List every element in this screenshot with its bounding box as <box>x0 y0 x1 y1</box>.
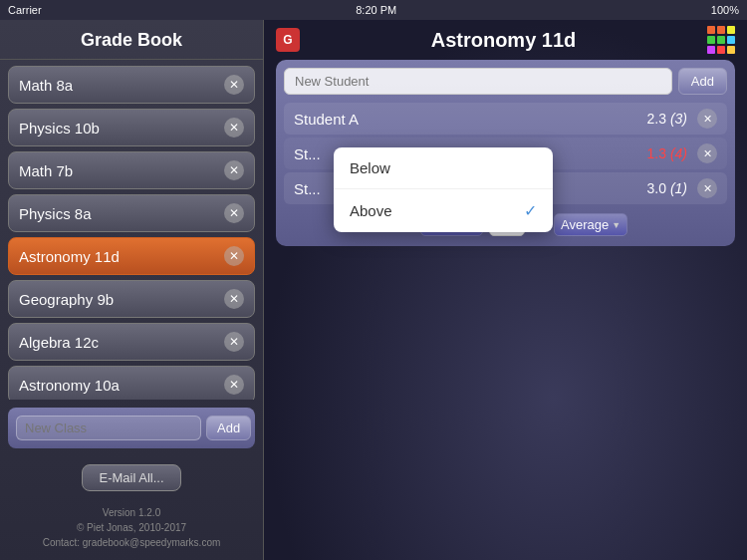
class-list: Math 8a ✕ Physics 10b ✕ Math 7b ✕ Physic… <box>0 60 263 400</box>
class-item-delete[interactable]: ✕ <box>224 332 244 352</box>
new-class-add-button[interactable]: Add <box>206 416 251 440</box>
student-score: 2.3 (3) <box>647 111 687 127</box>
sidebar-item-astronomy-11d[interactable]: Astronomy 11d ✕ <box>8 237 255 275</box>
dropdown-item[interactable]: Above ✓ <box>334 189 553 232</box>
class-item-delete[interactable]: ✕ <box>224 75 244 95</box>
student-score: 3.0 (1) <box>647 180 687 196</box>
contact-email: gradebook@speedymarks.com <box>83 537 221 548</box>
carrier-label: Carrier <box>8 4 42 16</box>
aggregate-select[interactable]: Average ▼ <box>554 213 627 236</box>
grid-cell <box>717 46 725 54</box>
grid-cell <box>727 36 735 44</box>
class-item-label: Math 7b <box>19 162 73 179</box>
student-delete[interactable]: ✕ <box>697 143 717 163</box>
sidebar-item-math-8a[interactable]: Math 8a ✕ <box>8 66 255 104</box>
new-class-input[interactable] <box>16 416 201 440</box>
new-class-row: Add <box>8 408 255 448</box>
sidebar-item-physics-10b[interactable]: Physics 10b ✕ <box>8 109 255 146</box>
class-item-label: Astronomy 11d <box>19 248 120 265</box>
grid-cell <box>707 26 715 34</box>
sidebar-item-math-7b[interactable]: Math 7b ✕ <box>8 151 255 189</box>
dropdown-item[interactable]: Below <box>334 147 553 189</box>
class-item-label: Math 8a <box>19 77 73 94</box>
class-item-delete[interactable]: ✕ <box>224 246 244 266</box>
dropdown-item-label: Below <box>350 159 390 176</box>
sidebar-item-astronomy-10a[interactable]: Astronomy 10a ✕ <box>8 366 255 400</box>
grid-icon[interactable] <box>707 26 735 54</box>
class-item-delete[interactable]: ✕ <box>224 203 244 223</box>
class-item-delete[interactable]: ✕ <box>224 375 244 395</box>
class-item-label: Physics 8a <box>19 205 92 222</box>
grid-cell <box>727 26 735 34</box>
class-item-delete[interactable]: ✕ <box>224 289 244 309</box>
sidebar-item-physics-8a[interactable]: Physics 8a ✕ <box>8 194 255 232</box>
email-all-area: E-Mail All... <box>0 456 263 499</box>
class-item-label: Algebra 12c <box>19 334 99 351</box>
sidebar: Grade Book Math 8a ✕ Physics 10b ✕ Math … <box>0 20 264 560</box>
grid-cell <box>707 46 715 54</box>
class-item-label: Astronomy 10a <box>19 377 120 394</box>
class-item-delete[interactable]: ✕ <box>224 118 244 138</box>
copyright-text: © Piet Jonas, 2010-2017 <box>8 520 255 535</box>
contact-text: Contact: gradebook@speedymarks.com <box>8 535 255 550</box>
grid-cell <box>727 46 735 54</box>
aggregate-label: Average <box>561 217 609 232</box>
grid-cell <box>707 36 715 44</box>
student-score: 1.3 (4) <box>647 145 687 161</box>
aggregate-chevron-icon: ▼ <box>612 220 621 230</box>
add-student-button[interactable]: Add <box>678 68 727 95</box>
battery-label: 100% <box>711 4 739 16</box>
student-delete[interactable]: ✕ <box>697 178 717 198</box>
version-text: Version 1.2.0 <box>8 505 255 520</box>
checkmark-icon: ✓ <box>524 201 537 220</box>
new-class-area: Add <box>0 400 263 456</box>
content-header: G Astronomy 11d <box>264 20 747 60</box>
class-item-label: Geography 9b <box>19 291 114 308</box>
sidebar-item-geography-9b[interactable]: Geography 9b ✕ <box>8 280 255 318</box>
dropdown-overlay: Below Above ✓ <box>334 147 553 232</box>
new-student-input[interactable] <box>284 68 672 95</box>
student-delete[interactable]: ✕ <box>697 109 717 129</box>
sidebar-title: Grade Book <box>0 20 263 60</box>
student-name: Student A <box>294 111 647 128</box>
content-title: Astronomy 11d <box>300 29 707 52</box>
student-row: Student A 2.3 (3) ✕ <box>284 103 727 135</box>
new-student-row: Add <box>284 68 727 95</box>
class-item-delete[interactable]: ✕ <box>224 160 244 180</box>
time-label: 8:20 PM <box>356 4 396 16</box>
sidebar-item-algebra-12c[interactable]: Algebra 12c ✕ <box>8 323 255 361</box>
dropdown-item-label: Above <box>350 202 392 219</box>
class-item-label: Physics 10b <box>19 120 100 137</box>
email-all-button[interactable]: E-Mail All... <box>82 464 180 491</box>
grid-cell <box>717 26 725 34</box>
content-area: G Astronomy 11d Add Student A 2.3 (3) ✕ … <box>264 20 747 560</box>
grid-cell <box>717 36 725 44</box>
sidebar-footer: Version 1.2.0 © Piet Jonas, 2010-2017 Co… <box>0 499 263 560</box>
app-icon: G <box>276 28 300 52</box>
